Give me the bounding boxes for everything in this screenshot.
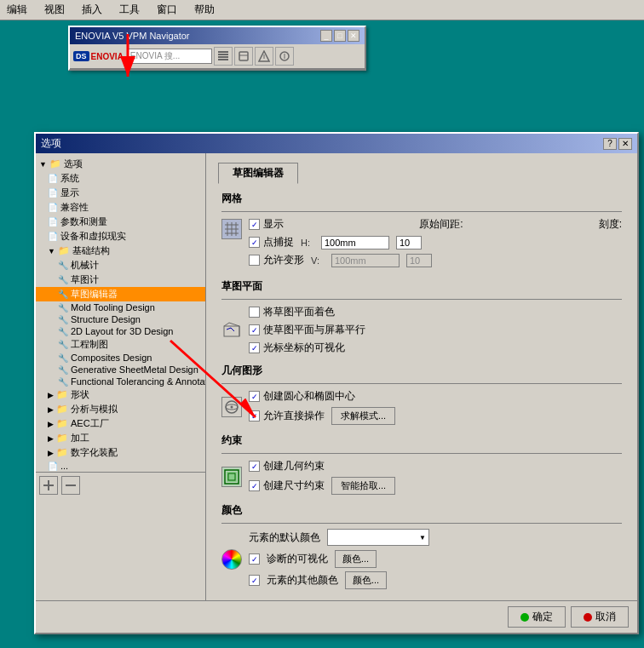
tree-item-composites[interactable]: 🔧 Composites Design [36, 352, 205, 364]
enovia-maximize-btn[interactable]: □ [334, 30, 346, 42]
cancel-button[interactable]: 取消 [571, 606, 629, 628]
enovia-search-area: ENOVIA 搜... [127, 47, 361, 66]
color-dropdown[interactable]: ▼ [327, 529, 429, 546]
tab-strip: 草图编辑器 [218, 162, 625, 183]
section-sketch-plane-title: 草图平面 [221, 279, 622, 294]
options-close-btn[interactable]: ✕ [618, 138, 632, 150]
tree-item-machining[interactable]: ▶ 📁 加工 [36, 431, 205, 445]
menu-window[interactable]: 窗口 [153, 2, 181, 18]
divider-grid [221, 211, 622, 212]
menu-help[interactable]: 帮助 [191, 2, 218, 18]
diag-checkbox[interactable] [249, 553, 260, 565]
svg-rect-3 [218, 59, 228, 60]
options-help-btn[interactable]: ? [603, 138, 617, 150]
geom-constraint-checkbox[interactable] [249, 461, 260, 472]
tree-expand-btn[interactable] [61, 476, 80, 495]
tree-item-sketch-calc[interactable]: 🔧 草图计 [36, 272, 205, 287]
v-label: V: [311, 255, 325, 266]
color-plane-checkbox[interactable] [249, 307, 260, 318]
tree-item-analysis[interactable]: ▶ 📁 分析与模拟 [36, 402, 205, 416]
enovia-minimize-btn[interactable]: _ [320, 30, 332, 42]
geom-constraint-label: 创建几何约束 [263, 459, 325, 473]
color-plane-label: 将草图平面着色 [263, 305, 335, 319]
cursor-checkbox[interactable] [249, 342, 260, 353]
scale-h-input[interactable] [396, 236, 422, 249]
center-checkbox[interactable] [249, 391, 260, 402]
color-icon [221, 549, 242, 570]
divider-color [221, 523, 622, 524]
toolbar-icon-4[interactable] [275, 47, 294, 66]
tab-sketch-editor[interactable]: 草图编辑器 [218, 163, 298, 184]
snap-checkbox[interactable] [249, 237, 260, 248]
tree-item-shape[interactable]: ▶ 📁 形状 [36, 387, 205, 402]
smart-pick-btn[interactable]: 智能拾取... [331, 477, 395, 495]
options-title-btns: ? ✕ [603, 138, 632, 150]
content-inner: 网格 [218, 192, 625, 589]
tree-item-display[interactable]: 📄 显示 [36, 186, 205, 200]
h-value-input[interactable] [321, 236, 389, 249]
tree-panel: ▼ 📁 选项 📄 系统 📄 显示 📄 兼容性 📄 参数和测量 📄 [36, 153, 206, 600]
options-titlebar: 选项 ? ✕ [36, 134, 637, 153]
enovia-search-box[interactable]: ENOVIA 搜... [127, 49, 212, 64]
show-checkbox[interactable] [249, 219, 260, 230]
color-options: 元素的默认颜色 ▼ 诊断的可视化 颜色... [249, 529, 622, 589]
svg-rect-2 [218, 56, 228, 58]
tree-item-tolerancing[interactable]: 🔧 Functional Tolerancing & Annotatio... [36, 376, 205, 387]
ok-button[interactable]: 确定 [508, 606, 566, 628]
menu-insert[interactable]: 插入 [78, 2, 106, 18]
parallel-label: 使草图平面与屏幕平行 [263, 323, 365, 337]
tree-item-digital[interactable]: ▶ 📁 数字化装配 [36, 445, 205, 460]
scale-v-input[interactable] [406, 254, 432, 267]
tree-item-more[interactable]: 📄 ... [36, 460, 205, 472]
enovia-search-label: ENOVIA 搜... [130, 50, 180, 62]
tree-item-2d[interactable]: 🔧 2D Layout for 3D Design [36, 325, 205, 337]
tree-item-root[interactable]: ▼ 📁 选项 [36, 157, 205, 171]
svg-line-25 [229, 323, 239, 326]
tree-item-system[interactable]: 📄 系统 [36, 171, 205, 186]
tree-item-compat[interactable]: 📄 兼容性 [36, 200, 205, 215]
tree-item-mold[interactable]: 🔧 Mold Tooling Design [36, 301, 205, 313]
dim-constraint-checkbox[interactable] [249, 480, 260, 491]
other-checkbox[interactable] [249, 575, 260, 586]
toolbar-icon-3[interactable] [255, 47, 273, 66]
tree-item-structure[interactable]: 🔧 Structure Design [36, 313, 205, 325]
tree-item-mech[interactable]: 🔧 机械计 [36, 258, 205, 272]
direct-checkbox[interactable] [249, 410, 260, 421]
enovia-close-btn[interactable]: ✕ [348, 30, 359, 42]
tree-item-devices[interactable]: 📄 设备和虚拟现实 [36, 229, 205, 244]
scale-label: 刻度: [599, 217, 622, 232]
tree-item-params[interactable]: 📄 参数和测量 [36, 215, 205, 229]
diag-color-btn[interactable]: 颜色... [335, 550, 377, 568]
toolbar-icon-1[interactable] [214, 47, 233, 66]
tree-item-infrastructure[interactable]: ▼ 📁 基础结构 [36, 244, 205, 258]
tree-item-aec[interactable]: ▶ 📁 AEC工厂 [36, 416, 205, 431]
other-color-btn[interactable]: 颜色... [345, 571, 387, 589]
direct-checkbox-row: 允许直接操作 [249, 409, 325, 423]
dim-constraint-row: 创建尺寸约束 智能拾取... [249, 477, 622, 495]
tree-collapse-btn[interactable] [39, 476, 58, 495]
enovia-titlebar: ENOVIA V5 VPM Navigator _ □ ✕ [70, 27, 365, 44]
tree-item-sketch-editor[interactable]: 🔧 草图编辑器 [36, 287, 205, 301]
tree-item-sheetmetal[interactable]: 🔧 Generative SheetMetal Design [36, 364, 205, 376]
deform-checkbox[interactable] [249, 255, 260, 266]
solve-mode-btn[interactable]: 求解模式... [331, 407, 395, 425]
ok-green-dot [520, 613, 529, 622]
toolbar-icon-2[interactable] [234, 47, 253, 66]
tree-item-eng-drawing[interactable]: 🔧 工程制图 [36, 337, 205, 352]
enovia-toolbar: DS ENOVIA ENOVIA 搜... [70, 44, 365, 69]
v-value-input[interactable] [331, 254, 400, 267]
svg-rect-14 [48, 480, 49, 490]
enovia-title: ENOVIA V5 VPM Navigator [75, 31, 190, 41]
divider-constraint [221, 453, 622, 454]
cursor-row: 光标坐标的可视化 [249, 341, 622, 355]
divider-sketch-plane [221, 299, 622, 300]
svg-rect-4 [239, 52, 248, 60]
default-color-row: 元素的默认颜色 ▼ [249, 529, 622, 546]
section-constraint-title: 约束 [221, 433, 622, 448]
menu-tools[interactable]: 工具 [116, 2, 143, 18]
menu-edit[interactable]: 编辑 [3, 2, 31, 18]
parallel-checkbox[interactable] [249, 324, 260, 335]
geometry-section: 创建圆心和椭圆中心 允许直接操作 求解模式... [221, 389, 622, 425]
menu-view[interactable]: 视图 [41, 2, 68, 18]
svg-rect-15 [66, 485, 76, 486]
